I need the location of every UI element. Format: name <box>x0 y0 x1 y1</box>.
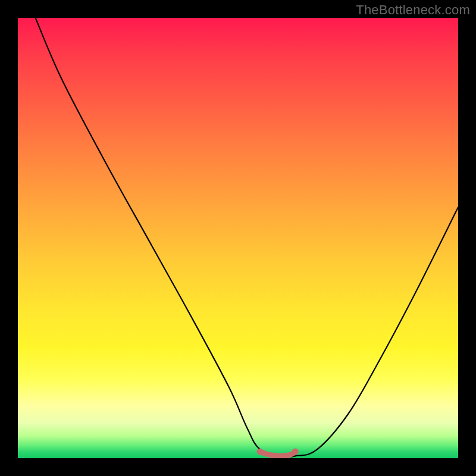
chart-frame: TheBottleneck.com <box>0 0 476 476</box>
highlight-end-dot-right <box>292 448 299 455</box>
highlight-flat-segment <box>260 452 295 456</box>
highlight-end-dot-left <box>257 448 264 455</box>
curve-layer <box>18 18 458 458</box>
attribution-label: TheBottleneck.com <box>356 2 470 18</box>
bottleneck-curve <box>36 18 458 457</box>
plot-area <box>18 18 458 458</box>
